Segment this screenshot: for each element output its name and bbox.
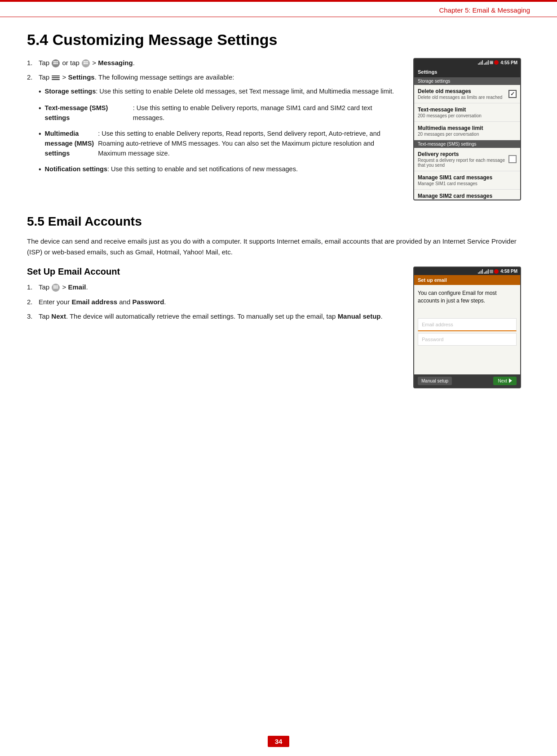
messaging-label: Messaging [98, 59, 133, 67]
section-55-title: 5.5 Email Accounts [27, 214, 530, 229]
step-num: 1. [27, 58, 39, 68]
svg-rect-1 [55, 61, 57, 62]
delivery-reports-row: Delivery reports Request a delivery repo… [414, 148, 520, 171]
wifi-icon: W [490, 61, 493, 64]
step-num: 2. [27, 72, 39, 180]
section-54-title: 5.4 Customizing Message Settings [27, 31, 530, 49]
sms-section-header: Text-message (SMS) settings [414, 140, 520, 148]
screenshot-title: Settings [414, 67, 520, 77]
next-button[interactable]: Next [493, 377, 517, 385]
screenshot-time: 4:55 PM [500, 60, 517, 65]
settings-screenshot: W 4:55 PM Settings Storage settings [413, 58, 521, 200]
setup-steps-list: 1. Tap [27, 282, 400, 322]
setup-email-layout: Set Up Email Account 1. Tap [27, 267, 530, 388]
screenshot-statusbar: W 4:55 PM [414, 59, 520, 67]
mms-limit-row: Multimedia message limit 20 messages per… [414, 122, 520, 140]
or-tap-text: or tap [62, 59, 80, 67]
email-address-input[interactable]: Email address [418, 318, 517, 331]
bullet-storage: Storage settings: Use this setting to en… [39, 86, 400, 98]
setup-signal-icon [478, 269, 483, 274]
setup-footer: Manual setup Next [414, 374, 520, 387]
sim2-title: Manage SIM2 card messages [418, 193, 517, 199]
setup-email-left: Set Up Email Account 1. Tap [27, 267, 400, 388]
setup-step-2: 2. Enter your Email address and Password… [27, 297, 400, 307]
svg-rect-8 [87, 61, 88, 62]
bullet-sms: Text-message (SMS) settings: Use this se… [39, 103, 400, 123]
section-55-body: The device can send and receive emails j… [27, 236, 530, 258]
sim1-row: Manage SIM1 card messages Manage SIM1 ca… [414, 171, 520, 190]
setup-wifi-icon [490, 270, 493, 273]
menu-icon [52, 75, 60, 81]
svg-rect-13 [55, 285, 57, 287]
setup-statusbar: 4:58 PM [414, 267, 520, 275]
step-content: Tap > Email. [39, 282, 400, 293]
section-54-left: 1. Tap [27, 58, 400, 200]
svg-rect-12 [53, 285, 55, 287]
notif-icon [494, 60, 499, 65]
manual-setup-button[interactable]: Manual setup [418, 377, 452, 385]
step-content: Tap > Settings. The following message se… [39, 72, 400, 180]
password-placeholder: Password [422, 337, 443, 342]
bullet-sms-bold: Text-message (SMS) settings [45, 103, 133, 123]
chapter-header: Chapter 5: Email & Messaging [0, 2, 557, 17]
svg-rect-9 [84, 63, 85, 64]
setup-email-screenshot: 4:58 PM Set up email You can configure E… [413, 267, 521, 388]
text-limit-row: Text-message limit 200 messages per conv… [414, 103, 520, 122]
svg-rect-3 [53, 63, 55, 64]
chapter-header-text: Chapter 5: Email & Messaging [439, 6, 530, 14]
delivery-title: Delivery reports [418, 151, 506, 157]
step-54-2: 2. Tap > Settings. The following message… [27, 72, 400, 180]
svg-rect-5 [57, 63, 58, 64]
apps-icon [52, 59, 60, 67]
settings-bullets: Storage settings: Use this setting to en… [39, 86, 400, 175]
svg-rect-14 [57, 285, 58, 287]
setup-description: You can configure Email for most account… [418, 289, 517, 305]
delete-old-title: Delete old messages [418, 88, 502, 94]
step-54-1: 1. Tap [27, 58, 400, 68]
delete-old-checkbox [508, 90, 517, 98]
setup-email-screenshot-container: 4:58 PM Set up email You can configure E… [413, 267, 530, 388]
text-limit-title: Text-message limit [418, 107, 517, 113]
svg-rect-16 [55, 287, 57, 289]
bullet-notif-bold: Notification settings [45, 164, 107, 174]
sim2-row: Manage SIM2 card messages [414, 190, 520, 200]
svg-rect-4 [55, 63, 57, 64]
bullet-mms-bold: Multimedia message (MMS) settings [45, 129, 98, 159]
password-input[interactable]: Password [418, 333, 517, 346]
text-limit-subtitle: 200 messages per conversation [418, 113, 517, 118]
step-num: 2. [27, 297, 39, 307]
setup-title-bar: Set up email [414, 275, 520, 285]
step-content: Tap Next. The device will automatically … [39, 311, 400, 322]
setup-time: 4:58 PM [500, 269, 517, 274]
signal-icon [478, 60, 483, 65]
bullet-storage-bold: Storage settings [45, 86, 96, 96]
password-label: Password [132, 298, 164, 306]
delivery-checkbox [508, 155, 517, 163]
step-content: Tap or tap [39, 58, 400, 68]
delete-old-subtitle: Delete old messages as limits are reache… [418, 95, 502, 100]
svg-rect-15 [53, 287, 55, 289]
manual-setup-btn-label: Manual setup [421, 378, 448, 383]
step-content: Enter your Email address and Password. [39, 297, 400, 307]
svg-rect-2 [57, 61, 58, 62]
delivery-subtitle: Request a delivery report for each messa… [418, 158, 506, 168]
delete-old-row: Delete old messages Delete old messages … [414, 85, 520, 103]
setup-notif-icon [494, 269, 499, 274]
svg-rect-11 [87, 63, 88, 64]
bullet-mms: Multimedia message (MMS) settings: Use t… [39, 129, 400, 159]
email-label: Email [68, 283, 86, 291]
setup-signal2-icon [484, 269, 489, 274]
section-54-layout: 1. Tap [27, 58, 530, 200]
signal2-icon [484, 60, 489, 65]
manual-setup-label: Manual setup [338, 312, 381, 320]
sim1-subtitle: Manage SIM1 card messages [418, 181, 517, 186]
email-apps-icon [52, 284, 60, 292]
email-address-label: Email address [71, 298, 117, 306]
page-footer: 34 [0, 736, 557, 747]
storage-section-header: Storage settings [414, 77, 520, 85]
setup-email-title: Set Up Email Account [27, 267, 400, 277]
svg-rect-17 [57, 287, 58, 289]
mms-limit-subtitle: 20 messages per conversation [418, 132, 517, 137]
page-number: 34 [268, 736, 290, 747]
next-btn-label: Next [498, 378, 507, 383]
